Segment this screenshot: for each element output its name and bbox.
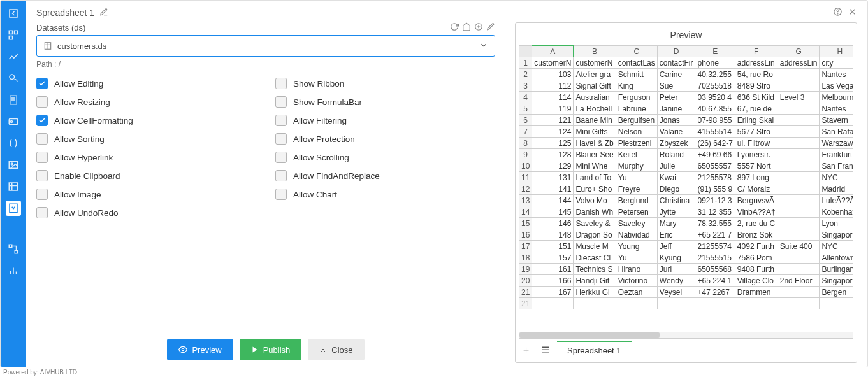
header-cell[interactable]: contactLas [616, 57, 657, 69]
column-header[interactable]: F [735, 46, 778, 57]
cell[interactable]: Muscle M [574, 241, 616, 252]
row-header[interactable]: 10 [519, 160, 532, 172]
cell[interactable]: Jonas [657, 115, 695, 126]
cell[interactable] [778, 138, 820, 149]
dataset-select[interactable]: customers.ds [36, 35, 495, 57]
cell[interactable]: Natividad [616, 229, 657, 241]
cell[interactable]: Janine [657, 103, 695, 115]
cell[interactable]: Lyon [820, 218, 853, 229]
cell[interactable]: Saveley & [574, 218, 616, 229]
cell[interactable]: 4092 Furth [735, 241, 778, 252]
cell[interactable]: Carine [657, 69, 695, 80]
cell[interactable]: 114 [532, 92, 574, 103]
table-icon[interactable] [6, 179, 21, 194]
row-header[interactable]: 3 [519, 80, 532, 92]
cell[interactable]: VinbÃ??Ã† [735, 206, 778, 218]
cell[interactable]: Diego [657, 183, 695, 195]
cell[interactable]: 40.32.255 [695, 69, 735, 80]
column-header[interactable]: D [657, 46, 695, 57]
row-header[interactable]: 15 [519, 218, 532, 229]
column-header[interactable]: B [574, 46, 616, 57]
add-sheet-button[interactable]: ＋ [519, 344, 533, 356]
cell[interactable]: Herkku Gi [574, 287, 616, 298]
cell[interactable]: 166 [532, 275, 574, 287]
cell[interactable]: Hirano [616, 264, 657, 275]
cell[interactable]: 157 [532, 252, 574, 264]
cell[interactable] [778, 126, 820, 138]
cell[interactable]: La Rochell [574, 103, 616, 115]
cell[interactable]: Blauer See [574, 149, 616, 160]
horizontal-scrollbar[interactable] [519, 332, 853, 338]
cell[interactable]: Nantes [820, 69, 853, 80]
edit-title-icon[interactable] [99, 8, 108, 18]
cell[interactable]: 141 [532, 183, 574, 195]
option-checkbox[interactable]: Allow Editing [36, 78, 256, 89]
select-all-cell[interactable] [519, 46, 532, 57]
cell[interactable]: LuleÃ??Ã [820, 195, 853, 206]
preview-button[interactable]: Preview [167, 339, 233, 360]
cell[interactable]: Piestrzeni [616, 138, 657, 149]
cell[interactable]: Kwai [657, 172, 695, 183]
dashboard-icon[interactable] [6, 27, 21, 43]
cell[interactable]: 65055557 [695, 160, 735, 172]
cell[interactable]: Yu [616, 252, 657, 264]
cell[interactable]: Drammen [735, 287, 778, 298]
cell[interactable]: 2, rue du C [735, 218, 778, 229]
cell[interactable]: 9408 Furth [735, 264, 778, 275]
cell[interactable]: Singapore [820, 229, 853, 241]
option-checkbox[interactable]: Allow Scrolling [275, 152, 495, 163]
option-checkbox[interactable]: Allow CellFormatting [36, 115, 256, 126]
column-header[interactable]: A [532, 46, 574, 57]
cell[interactable]: Kobenhav [820, 206, 853, 218]
cell[interactable]: 07-98 955 [695, 115, 735, 126]
cell[interactable]: Julie [657, 160, 695, 172]
close-dialog-icon[interactable] [848, 7, 857, 18]
cell[interactable]: Jytte [657, 206, 695, 218]
home-icon[interactable] [462, 22, 471, 33]
cell[interactable]: 121 [532, 115, 574, 126]
cell[interactable]: 40.67.855 [695, 103, 735, 115]
column-header[interactable]: G [778, 46, 820, 57]
spreadsheet-grid[interactable]: ABCDEFGHI1customerNcustomerNcontactLasco… [519, 45, 853, 331]
cell[interactable]: Warszawa [820, 138, 853, 149]
cell[interactable] [735, 298, 778, 309]
option-checkbox[interactable]: Allow FindAndReplace [275, 170, 495, 181]
row-header[interactable]: 4 [519, 92, 532, 103]
report-icon[interactable] [6, 71, 21, 86]
cell[interactable]: 167 [532, 287, 574, 298]
cell[interactable] [778, 103, 820, 115]
cell[interactable]: Jeff [657, 241, 695, 252]
cell[interactable]: 897 Long [735, 172, 778, 183]
cell[interactable]: 0921-12 3 [695, 195, 735, 206]
cell[interactable]: 5677 Stro [735, 126, 778, 138]
cell[interactable]: Las Vegas [820, 80, 853, 92]
row-header[interactable]: 8 [519, 138, 532, 149]
cell[interactable]: +47 2267 [695, 287, 735, 298]
row-header[interactable]: 1 [519, 57, 532, 69]
cell[interactable] [778, 287, 820, 298]
option-checkbox[interactable]: Allow Protection [275, 133, 495, 145]
cell[interactable]: 151 [532, 241, 574, 252]
row-header[interactable]: 21 [519, 287, 532, 298]
cell[interactable]: 65055568 [695, 264, 735, 275]
cell[interactable]: 125 [532, 138, 574, 149]
cell[interactable]: Roland [657, 149, 695, 160]
option-checkbox[interactable]: Allow Chart [275, 188, 495, 200]
cell[interactable]: Land of To [574, 172, 616, 183]
row-header[interactable]: 2 [519, 69, 532, 80]
cell[interactable]: 78.32.555 [695, 218, 735, 229]
cell[interactable]: Baane Min [574, 115, 616, 126]
cell[interactable]: Atelier gra [574, 69, 616, 80]
column-header[interactable]: E [695, 46, 735, 57]
chart-icon[interactable] [6, 49, 21, 64]
column-header[interactable]: C [616, 46, 657, 57]
publish-button[interactable]: Publish [240, 339, 302, 360]
cell[interactable]: Freyre [616, 183, 657, 195]
cell[interactable]: Zbyszek [657, 138, 695, 149]
cell[interactable]: 124 [532, 126, 574, 138]
cell[interactable]: Bergen [820, 287, 853, 298]
cell[interactable] [778, 298, 820, 309]
cell[interactable]: 21555515 [695, 252, 735, 264]
cell[interactable]: Mini Whe [574, 160, 616, 172]
cell[interactable]: San Rafae [820, 126, 853, 138]
